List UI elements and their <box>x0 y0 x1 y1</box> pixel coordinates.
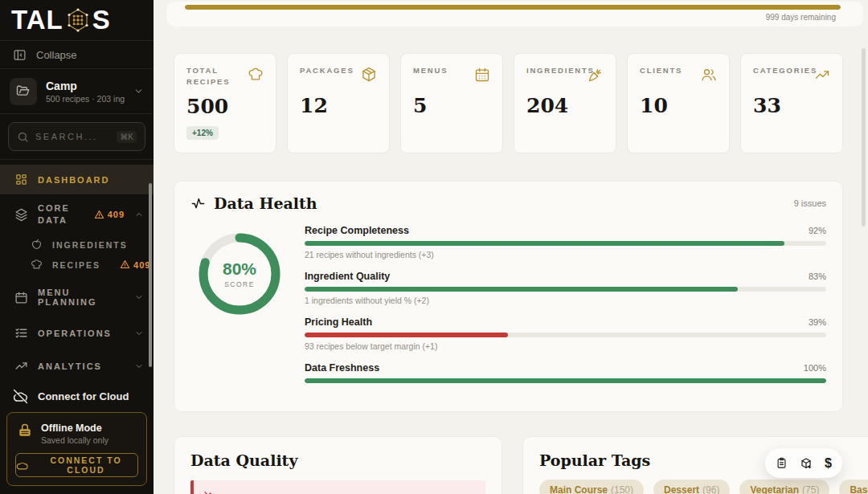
quick-actions-pill: $ <box>765 448 842 478</box>
main-content: 999 days remaining TOTAL RECIPES 500 +12… <box>154 0 868 494</box>
sidebar-menu: DASHBOARD COREDATA 409 <box>0 160 154 412</box>
sidebar-item-label: OPERATIONS <box>38 329 112 338</box>
app-window: TAL S <box>0 0 868 494</box>
collapse-label: Collapse <box>36 49 77 61</box>
stat-card-packages[interactable]: PACKAGES 12 <box>287 53 390 153</box>
warning-badge: 409 <box>120 259 150 270</box>
chef-hat-icon <box>31 259 43 271</box>
metric-bar-fill <box>305 241 784 246</box>
clipboard-icon[interactable] <box>776 457 788 469</box>
logo-text-left: TAL <box>11 5 63 35</box>
trending-up-icon <box>14 359 28 373</box>
calendar-icon <box>474 67 490 83</box>
metric-bar-fill <box>305 378 826 383</box>
sidebar-item-recipes[interactable]: RECIPES 409 <box>0 255 154 275</box>
stat-card-clients[interactable]: CLIENTS 10 <box>627 53 730 153</box>
sidebar-item-label: MENU PLANNING <box>38 288 115 307</box>
workspace-selector[interactable]: Camp 500 recipes · 203 ingr... <box>0 69 154 114</box>
calendar-icon <box>14 291 28 304</box>
offline-mode-subtitle: Saved locally only <box>41 435 108 445</box>
cloud-icon <box>16 459 28 472</box>
metric-data-freshness: Data Freshness 100% <box>305 362 826 383</box>
chevron-down-icon <box>134 329 144 338</box>
main-scrollbar[interactable] <box>862 48 866 227</box>
stat-card-ingredients[interactable]: INGREDIENTS 204 <box>514 53 616 153</box>
workspace-name: Camp <box>46 80 125 92</box>
sidebar-item-operations[interactable]: OPERATIONS <box>0 318 154 348</box>
package-plus-icon[interactable] <box>800 457 813 470</box>
offline-mode-panel: Offline Mode Saved locally only CONNECT … <box>6 412 147 486</box>
stat-card-categories[interactable]: CATEGORIES 33 <box>740 53 843 153</box>
stat-trend-badge: +12% <box>186 126 219 140</box>
sidebar-scrollbar[interactable] <box>149 183 152 367</box>
score-value: 80% <box>223 259 256 279</box>
quality-alert <box>190 480 485 494</box>
trending-up-icon <box>814 67 830 83</box>
stat-card-total-recipes[interactable]: TOTAL RECIPES 500 +12% <box>174 53 276 153</box>
metric-ingredient-quality: Ingredient Quality 83% 1 ingredients wit… <box>305 271 826 306</box>
health-metrics: Recipe Completeness 92% 21 recipes witho… <box>305 223 826 394</box>
sidebar-item-core-data[interactable]: COREDATA 409 <box>0 194 154 235</box>
stats-row: TOTAL RECIPES 500 +12% PACKAGES <box>174 53 843 153</box>
dollar-icon[interactable]: $ <box>825 456 832 471</box>
stat-label: INGREDIENTS <box>526 65 584 76</box>
lock-icon <box>17 423 33 439</box>
stat-value: 204 <box>526 94 604 117</box>
stat-label: MENUS <box>413 65 448 76</box>
list-checks-icon <box>14 326 28 340</box>
chevron-down-icon <box>134 292 144 302</box>
score-label: SCORE <box>224 280 255 288</box>
stat-value: 10 <box>640 94 717 117</box>
stat-label: CATEGORIES <box>753 65 811 76</box>
search-box[interactable]: ⌘K <box>8 122 145 151</box>
collapse-button[interactable]: Collapse <box>0 41 154 69</box>
trial-progress-bar: 999 days remaining <box>166 2 863 27</box>
sidebar-item-ingredients[interactable]: INGREDIENTS <box>0 235 154 255</box>
stat-value: 5 <box>413 94 490 117</box>
chevron-up-icon <box>134 210 144 219</box>
search-input[interactable] <box>35 132 110 141</box>
activity-pulse-icon <box>190 196 206 211</box>
stat-label: CLIENTS <box>640 65 682 76</box>
package-icon <box>361 67 377 83</box>
sidebar-item-dashboard[interactable]: DASHBOARD <box>0 165 154 194</box>
sidebar-item-analytics[interactable]: ANALYTICS <box>0 351 154 381</box>
workspace-meta: 500 recipes · 203 ingr... <box>46 94 125 104</box>
health-score-gauge: 80% SCORE <box>195 230 284 318</box>
tag-dessert[interactable]: Dessert(96) <box>653 480 730 494</box>
tag-vegetarian[interactable]: Vegetarian(75) <box>739 480 829 494</box>
users-icon <box>701 67 717 83</box>
carrot-icon <box>588 67 604 83</box>
logo-text-right: S <box>92 5 111 35</box>
offline-mode-title: Offline Mode <box>41 423 108 434</box>
search-icon <box>17 131 29 143</box>
cloud-off-icon <box>13 389 28 404</box>
chevron-down-icon <box>133 86 144 96</box>
search-area: ⌘K <box>0 114 154 160</box>
dashboard-grid-icon <box>14 173 28 186</box>
stat-value: 500 <box>186 95 264 118</box>
stat-card-menus[interactable]: MENUS 5 <box>400 53 503 153</box>
sidebar: TAL S <box>0 0 154 494</box>
panel-collapse-icon <box>13 48 27 62</box>
metric-recipe-completeness: Recipe Completeness 92% 21 recipes witho… <box>305 225 826 260</box>
stat-label: TOTAL RECIPES <box>186 65 244 88</box>
layers-icon <box>14 208 28 222</box>
connect-for-cloud-link[interactable]: Connect for Cloud <box>0 381 154 412</box>
app-logo: TAL S <box>0 0 154 41</box>
stat-value: 12 <box>300 94 377 117</box>
chevron-down-icon <box>134 361 144 371</box>
sidebar-item-label: RECIPES <box>52 260 100 270</box>
stat-value: 33 <box>753 94 830 117</box>
tag-base[interactable]: Base(71) <box>839 480 868 494</box>
tag-main-course[interactable]: Main Course(150) <box>539 480 644 494</box>
search-shortcut-badge: ⌘K <box>117 131 137 143</box>
trending-down-icon <box>203 488 476 494</box>
connect-to-cloud-button[interactable]: CONNECT TO CLOUD <box>15 453 138 477</box>
sidebar-item-label: INGREDIENTS <box>52 240 128 250</box>
chef-hat-icon <box>248 67 264 83</box>
stat-label: PACKAGES <box>300 65 354 76</box>
hexagon-network-icon <box>64 6 92 34</box>
warning-badge: 409 <box>94 210 125 220</box>
sidebar-item-menu-planning[interactable]: MENU PLANNING <box>0 280 154 315</box>
